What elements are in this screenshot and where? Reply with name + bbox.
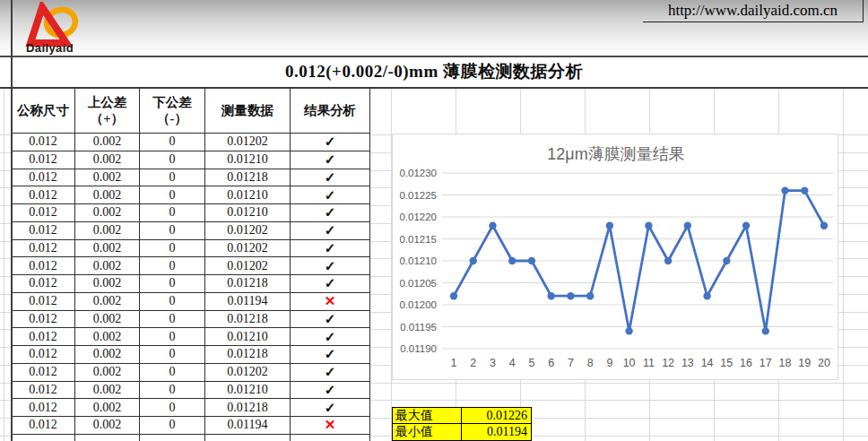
gridline <box>0 418 11 419</box>
column-header: 测量数据 <box>205 88 291 134</box>
table-row: 0.0120.00200.01194✕ <box>12 292 370 310</box>
table-cell: 0.002 <box>75 417 140 435</box>
stat-row: 最大值0.01226 <box>392 407 532 424</box>
column-header: 下公差（-） <box>140 88 205 134</box>
gridline <box>0 170 11 171</box>
table-cell: 0 <box>140 221 205 239</box>
table-cell: 0.01194 <box>205 417 291 435</box>
data-point-marker <box>567 292 574 299</box>
table-cell: 0 <box>140 239 205 257</box>
result-cell: ✓ <box>291 204 370 222</box>
data-point-marker <box>664 257 672 264</box>
y-axis-tick: 0.01225 <box>399 190 437 201</box>
data-point-marker <box>801 186 808 194</box>
gridline <box>0 383 11 384</box>
y-axis-tick: 0.01205 <box>399 278 437 289</box>
data-point-marker <box>470 257 477 264</box>
column-header: 上公差（+） <box>75 88 140 134</box>
result-cell: ✓ <box>291 186 370 204</box>
gridline <box>0 347 11 348</box>
table-row: 0.0120.00200.01210✓ <box>12 381 370 399</box>
table-cell: 0.012 <box>12 134 75 151</box>
result-cell: ✓ <box>291 381 370 399</box>
table-cell: 0.012 <box>12 151 75 169</box>
x-axis-tick: 8 <box>587 357 594 369</box>
table-cell: 0.012 <box>12 239 75 257</box>
gridline <box>369 383 868 384</box>
table-row: 0.0120.00200.01202✓ <box>12 257 370 275</box>
x-axis-tick: 11 <box>643 357 655 369</box>
x-axis-tick: 15 <box>720 357 733 369</box>
table-cell <box>75 434 140 441</box>
table-cell: 0.01210 <box>205 186 291 204</box>
x-axis-tick: 9 <box>606 357 612 369</box>
table-cell: 0.012 <box>12 204 75 222</box>
x-axis-tick: 10 <box>623 357 636 369</box>
data-point-marker <box>450 292 457 299</box>
x-axis-tick: 18 <box>779 357 792 369</box>
table-row: 0.0120.00200.01202✓ <box>12 221 370 239</box>
table-cell: 0.01194 <box>205 292 291 310</box>
data-point-marker <box>586 292 594 299</box>
x-axis-tick: 17 <box>760 357 772 369</box>
data-point-marker <box>762 327 769 334</box>
gridline <box>0 400 11 401</box>
table-cell: 0 <box>140 292 205 310</box>
table-cell: 0 <box>140 275 205 293</box>
table-cell: 0.01210 <box>205 204 291 222</box>
table-cell: 0.002 <box>75 134 140 151</box>
measurement-table: 公称尺寸上公差（+）下公差（-）测量数据结果分析 0.0120.00200.01… <box>11 87 370 441</box>
table-cell: 0.002 <box>75 239 140 257</box>
table-cell: 0.012 <box>12 169 75 186</box>
result-cell: ✓ <box>291 399 370 417</box>
result-cell: ✓ <box>291 363 370 381</box>
table-cell: 0.002 <box>75 363 140 381</box>
table-cell: 0.002 <box>75 310 140 328</box>
gridline <box>369 400 868 401</box>
table-row: 0.0120.00200.01194✕ <box>12 417 370 435</box>
gridline <box>0 276 11 277</box>
table-cell: 0.01210 <box>205 381 291 399</box>
gridline <box>0 241 11 242</box>
table-cell: 0.002 <box>75 328 140 346</box>
table-cell: 0.01202 <box>205 221 291 239</box>
data-point-marker <box>508 257 516 264</box>
gridline <box>0 312 11 313</box>
line-chart: 0.012300.012250.012200.012150.012100.012… <box>392 134 838 380</box>
table-row: 0.0120.00200.01218✓ <box>12 399 370 417</box>
table-row: 0.0120.00200.01202✓ <box>12 239 370 257</box>
result-cell: ✓ <box>291 346 370 364</box>
table-cell: 0.002 <box>75 381 140 399</box>
table-cell: 0.002 <box>75 257 140 275</box>
table-row <box>12 434 370 441</box>
table-cell: 0.012 <box>12 363 75 381</box>
website-url[interactable]: http://www.dailyaid.com.cn <box>643 0 864 22</box>
table-cell: 0.01218 <box>205 399 291 417</box>
x-axis-tick: 20 <box>818 357 830 369</box>
result-cell: ✓ <box>291 328 370 346</box>
result-cell: ✓ <box>291 239 370 257</box>
table-cell: 0.012 <box>12 310 75 328</box>
table-cell: 0.002 <box>75 151 140 169</box>
result-cell: ✓ <box>291 134 370 151</box>
y-axis-tick: 0.01200 <box>399 299 437 310</box>
stat-label: 最大值 <box>392 407 461 424</box>
gridline <box>0 329 11 330</box>
column-header: 公称尺寸 <box>12 88 75 134</box>
gridline <box>0 365 11 366</box>
table-cell: 0.01210 <box>205 151 291 169</box>
stat-row: 最小值0.01194 <box>392 424 532 441</box>
chart-title: 12μm薄膜测量结果 <box>393 143 839 165</box>
table-cell: 0.012 <box>12 381 75 399</box>
gridline <box>0 294 11 295</box>
table-cell: 0.002 <box>75 169 140 186</box>
y-axis-tick: 0.01190 <box>400 343 437 354</box>
table-cell: 0.01210 <box>205 328 291 346</box>
dailyaid-logo: Dailyaid <box>23 2 122 56</box>
stat-value: 0.01194 <box>461 424 532 441</box>
result-cell: ✓ <box>291 275 370 293</box>
stat-label: 最小值 <box>392 424 461 441</box>
table-cell: 0 <box>140 134 205 151</box>
x-axis-tick: 5 <box>528 357 534 369</box>
table-cell: 0.012 <box>12 186 75 204</box>
